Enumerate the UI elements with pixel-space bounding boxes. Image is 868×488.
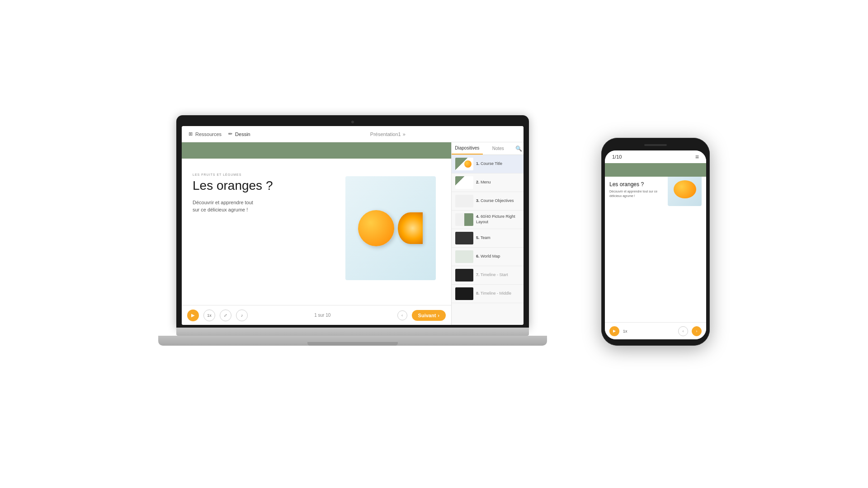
- laptop-device: ⊞ Ressources ✏ Dessin Présentation1 »: [158, 115, 547, 346]
- slide-label-8: 8. Timeline - Middle: [476, 291, 511, 296]
- phone-speaker: [644, 144, 667, 146]
- slide-panel: LES FRUITS ET LÉGUMES Les oranges ? Déco…: [182, 142, 451, 325]
- app-content: LES FRUITS ET LÉGUMES Les oranges ? Déco…: [182, 142, 524, 325]
- resources-icon: ⊞: [187, 131, 193, 137]
- slide-category: LES FRUITS ET LÉGUMES: [193, 173, 319, 176]
- phone-orange: [674, 180, 696, 198]
- play-icon: ▶: [191, 313, 195, 318]
- slide-right: [330, 142, 451, 305]
- header-center: Présentation1 »: [258, 131, 518, 137]
- orange-whole: [358, 210, 394, 246]
- slide-label-1: 1. Course Title: [476, 161, 502, 167]
- phone-slide-content: Les oranges ? Découvrir et apprendre tou…: [605, 163, 706, 322]
- slide-item-3[interactable]: 3. Course Objectives: [452, 192, 524, 211]
- phone-prev-icon: ‹: [683, 329, 684, 333]
- slide-item-6[interactable]: 6. World Map: [452, 248, 524, 266]
- tab-notes[interactable]: Notes: [483, 143, 514, 154]
- tab-diapositives[interactable]: Diapositives: [452, 142, 483, 155]
- slides-sidebar: Diapositives Notes 🔍: [451, 142, 524, 325]
- slide-item-8[interactable]: 8. Timeline - Middle: [452, 285, 524, 303]
- slide-item-7[interactable]: 7. Timeline - Start: [452, 266, 524, 285]
- phone-screen: 1/10 ≡ Les oranges ? Découvrir et appren…: [605, 150, 706, 339]
- search-icon: 🔍: [515, 145, 522, 152]
- orange-image: [345, 176, 436, 280]
- chevron-icon: »: [403, 131, 406, 137]
- slide-thumb-5: [455, 232, 473, 244]
- phone-speed[interactable]: 1x: [623, 329, 627, 333]
- slide-thumb-7: [455, 269, 473, 282]
- slide-label-3: 3. Course Objectives: [476, 198, 514, 204]
- phone-counter: 1/10: [612, 154, 622, 160]
- phone-next-button[interactable]: ›: [692, 326, 702, 336]
- slide-thumb-6: [455, 250, 473, 263]
- counter-text: 1 sur 10: [314, 313, 330, 318]
- phone-device: 1/10 ≡ Les oranges ? Découvrir et appren…: [601, 138, 710, 346]
- next-button[interactable]: Suivant ›: [412, 310, 446, 321]
- expand-icon: ⤢: [224, 313, 227, 318]
- slide-label-6: 6. World Map: [476, 254, 500, 259]
- expand-button[interactable]: ⤢: [220, 310, 231, 321]
- dessin-label: Dessin: [235, 131, 250, 137]
- laptop-frame: ⊞ Ressources ✏ Dessin Présentation1 »: [176, 115, 529, 328]
- presentation-label: Présentation1: [370, 131, 401, 137]
- phone-play-button[interactable]: ▶: [609, 326, 619, 336]
- phone-play-icon: ▶: [613, 329, 616, 333]
- phone-status-bar: 1/10 ≡: [605, 150, 706, 163]
- audio-icon: ♪: [241, 313, 243, 318]
- slide-thumb-8: [455, 287, 473, 300]
- orange-half-cut: [398, 212, 423, 244]
- slide-desc-line2: sur ce délicieux agrume !: [193, 207, 248, 212]
- slide-title: Les oranges ?: [193, 178, 319, 193]
- slide-label-4: 4. 60/40 Picture Right Layout: [476, 214, 520, 225]
- phone-frame: 1/10 ≡ Les oranges ? Découvrir et appren…: [601, 138, 710, 346]
- slide-label-7: 7. Timeline - Start: [476, 272, 508, 278]
- laptop-base: [176, 328, 529, 336]
- audio-button[interactable]: ♪: [236, 310, 248, 321]
- phone-next-icon: ›: [696, 329, 698, 333]
- slide-desc-line1: Découvrir et apprendre tout: [193, 200, 253, 205]
- prev-button[interactable]: ‹: [397, 310, 407, 320]
- slide-thumb-2: [455, 176, 473, 189]
- sidebar-header: Diapositives Notes 🔍: [452, 142, 524, 155]
- slide-label-2: 2. Menu: [476, 180, 491, 185]
- slide-item-5[interactable]: 5. Team: [452, 229, 524, 248]
- phone-prev-button[interactable]: ‹: [678, 326, 688, 336]
- speed-button[interactable]: 1x: [203, 310, 215, 321]
- resources-label: Ressources: [195, 131, 222, 137]
- app-header: ⊞ Ressources ✏ Dessin Présentation1 »: [182, 126, 524, 142]
- slide-thumb-4: [455, 213, 473, 226]
- speed-label: 1x: [207, 313, 212, 318]
- next-arrow: ›: [438, 313, 439, 318]
- phone-controls: ▶ 1x ‹ ›: [605, 322, 706, 339]
- laptop-screen: ⊞ Ressources ✏ Dessin Présentation1 »: [182, 126, 524, 325]
- pencil-icon: ✏: [227, 131, 233, 137]
- slide-view: LES FRUITS ET LÉGUMES Les oranges ? Déco…: [182, 142, 451, 305]
- orange-fruit-display: [358, 210, 423, 246]
- phone-menu-icon[interactable]: ≡: [695, 153, 699, 160]
- slide-item-2[interactable]: 2. Menu: [452, 174, 524, 192]
- slide-counter: 1 sur 10: [252, 313, 393, 318]
- slides-list: 1. Course Title 2. Menu: [452, 155, 524, 325]
- phone-slide-desc: Découvrir et apprendre tout sur ce délic…: [609, 189, 664, 198]
- slide-thumb-3: [455, 195, 473, 207]
- search-button[interactable]: 🔍: [514, 144, 524, 154]
- phone-slide-title: Les oranges ?: [609, 181, 664, 188]
- resources-nav-item[interactable]: ⊞ Ressources: [187, 131, 222, 137]
- phone-slide-header-bar: [605, 163, 706, 177]
- slide-item-4[interactable]: 4. 60/40 Picture Right Layout: [452, 211, 524, 229]
- slide-label-5: 5. Team: [476, 235, 491, 241]
- slide-description: Découvrir et apprendre tout sur ce délic…: [193, 199, 319, 214]
- laptop-camera: [351, 121, 354, 123]
- slide-left: LES FRUITS ET LÉGUMES Les oranges ? Déco…: [182, 142, 330, 305]
- slide-content: LES FRUITS ET LÉGUMES Les oranges ? Déco…: [182, 142, 451, 305]
- slide-thumb-1: [455, 158, 473, 170]
- phone-slide-text: Les oranges ? Découvrir et apprendre tou…: [609, 181, 664, 231]
- header-left: ⊞ Ressources ✏ Dessin: [187, 131, 250, 137]
- dessin-nav-item[interactable]: ✏ Dessin: [227, 131, 250, 137]
- laptop-bottom: [158, 336, 547, 346]
- play-button[interactable]: ▶: [187, 310, 199, 321]
- next-label: Suivant: [418, 313, 436, 318]
- slide-controls: ▶ 1x ⤢ ♪ 1 sur 1: [182, 305, 451, 325]
- prev-icon: ‹: [401, 313, 403, 318]
- slide-item-1[interactable]: 1. Course Title: [452, 155, 524, 174]
